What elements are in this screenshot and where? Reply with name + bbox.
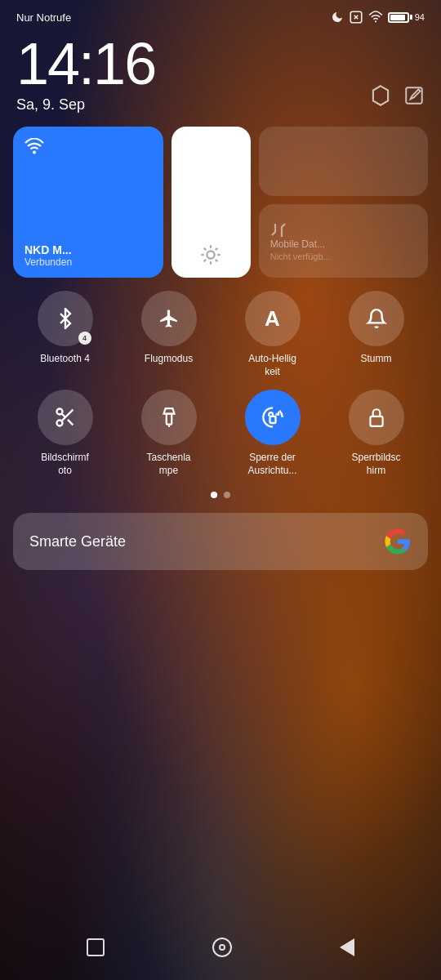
svg-point-16 xyxy=(56,409,62,415)
qa-autohelligkeit-label: Auto-Helligkeit xyxy=(248,353,296,378)
qa-autohelligkeit-circle[interactable]: A xyxy=(245,291,301,346)
svg-rect-21 xyxy=(166,414,172,425)
google-icon xyxy=(384,528,412,555)
qa-bildschirmfoto-label: Bildschirmfoto xyxy=(41,452,89,477)
scissors-icon xyxy=(54,406,77,429)
rotate-lock-icon xyxy=(261,406,284,429)
clock-time: 14:16 xyxy=(16,34,155,93)
qa-sperrbildschirm-label: Sperrbildschirm xyxy=(351,452,400,477)
qa-sperreausrichtung-circle[interactable] xyxy=(245,390,301,445)
empty-tile xyxy=(259,127,428,196)
edit-icon[interactable] xyxy=(403,85,425,106)
time-section: 14:16 Sa, 9. Sep xyxy=(0,31,441,127)
bell-icon xyxy=(366,308,387,329)
svg-line-20 xyxy=(61,414,65,418)
auto-a-icon: A xyxy=(265,306,280,332)
bluetooth-badge: 4 xyxy=(78,332,91,345)
status-bar: Nur Notrufe xyxy=(0,0,441,31)
sun-icon xyxy=(199,243,222,266)
qa-flugmodus-circle[interactable] xyxy=(141,291,197,346)
svg-point-6 xyxy=(33,151,36,154)
moon-icon xyxy=(331,11,344,24)
message-icon xyxy=(349,10,363,24)
svg-point-7 xyxy=(207,251,214,258)
flashlight-icon xyxy=(158,407,180,428)
spacer xyxy=(0,570,441,980)
status-icons: 94 xyxy=(331,10,425,24)
mobile-data-tile[interactable]: Mobile Dat... Nicht verfügb... xyxy=(259,204,428,278)
smart-devices-label: Smarte Geräte xyxy=(29,533,126,550)
svg-line-14 xyxy=(204,260,206,261)
quick-actions-row-2: Bildschirmfoto Taschenlampe xyxy=(13,390,428,477)
tiles-section: NKD M... Verbunden xyxy=(0,127,441,278)
mobile-data-status: Nicht verfügb... xyxy=(270,252,416,261)
home-button[interactable] xyxy=(212,938,232,957)
svg-rect-23 xyxy=(270,416,275,423)
bluetooth-icon xyxy=(55,308,76,329)
wifi-tile[interactable]: NKD M... Verbunden xyxy=(13,127,163,278)
mobile-data-icon xyxy=(270,220,287,238)
wifi-status-icon xyxy=(368,10,383,24)
qa-stumm-circle[interactable] xyxy=(349,291,404,346)
qa-flugmodus-label: Flugmodus xyxy=(145,353,193,366)
dot-2 xyxy=(224,492,230,498)
svg-line-13 xyxy=(216,260,217,261)
qa-bluetooth-label: Bluetooth 4 xyxy=(40,353,90,366)
qa-sperreausrichtung-label: Sperre derAusrichtu... xyxy=(247,452,296,477)
brightness-tile[interactable] xyxy=(172,127,251,278)
qa-sperreausrichtung[interactable]: Sperre derAusrichtu... xyxy=(228,390,318,477)
svg-line-12 xyxy=(204,248,206,250)
home-inner xyxy=(219,944,225,951)
svg-marker-4 xyxy=(373,86,388,105)
svg-point-17 xyxy=(56,421,62,426)
carrier-text: Nur Notrufe xyxy=(16,11,71,24)
back-button[interactable] xyxy=(340,938,354,956)
smart-devices-tile[interactable]: Smarte Geräte xyxy=(13,513,428,570)
settings-icon[interactable] xyxy=(369,84,392,107)
lock-icon xyxy=(366,407,387,428)
mobile-data-name: Mobile Dat... xyxy=(270,238,416,250)
battery-percent: 94 xyxy=(415,12,425,22)
wifi-name: NKD M... xyxy=(24,243,152,256)
plane-icon xyxy=(158,308,180,329)
quick-actions-row-1: 4 Bluetooth 4 Flugmodus A Auto- xyxy=(13,291,428,378)
quick-actions: 4 Bluetooth 4 Flugmodus A Auto- xyxy=(0,278,441,480)
page-dots xyxy=(0,492,441,498)
svg-line-15 xyxy=(216,248,217,250)
qa-bildschirmfoto-circle[interactable] xyxy=(38,390,93,445)
qa-bluetooth[interactable]: 4 Bluetooth 4 xyxy=(20,291,110,378)
qa-bildschirmfoto[interactable]: Bildschirmfoto xyxy=(20,390,110,477)
qa-stumm-label: Stumm xyxy=(360,353,391,366)
svg-line-19 xyxy=(67,420,72,425)
qa-bluetooth-circle[interactable]: 4 xyxy=(38,291,93,346)
wifi-status: Verbunden xyxy=(24,256,152,268)
battery-icon: 94 xyxy=(388,12,425,23)
qa-stumm[interactable]: Stumm xyxy=(332,291,421,378)
svg-point-3 xyxy=(375,20,376,22)
dot-1 xyxy=(211,492,217,498)
qa-flugmodus[interactable]: Flugmodus xyxy=(124,291,214,378)
qa-taschenlampe-label: Taschenlampe xyxy=(146,452,190,477)
qa-sperrbildschirm-circle[interactable] xyxy=(349,390,404,445)
qa-autohelligkeit[interactable]: A Auto-Helligkeit xyxy=(228,291,318,378)
qa-taschenlampe-circle[interactable] xyxy=(141,390,197,445)
qa-sperrbildschirm[interactable]: Sperrbildschirm xyxy=(332,390,421,477)
recent-apps-button[interactable] xyxy=(87,938,105,956)
svg-rect-24 xyxy=(370,416,382,426)
clock-date: Sa, 9. Sep xyxy=(16,96,155,114)
wifi-tile-icon xyxy=(24,138,44,154)
qa-taschenlampe[interactable]: Taschenlampe xyxy=(124,390,214,477)
bottom-nav xyxy=(0,923,441,980)
